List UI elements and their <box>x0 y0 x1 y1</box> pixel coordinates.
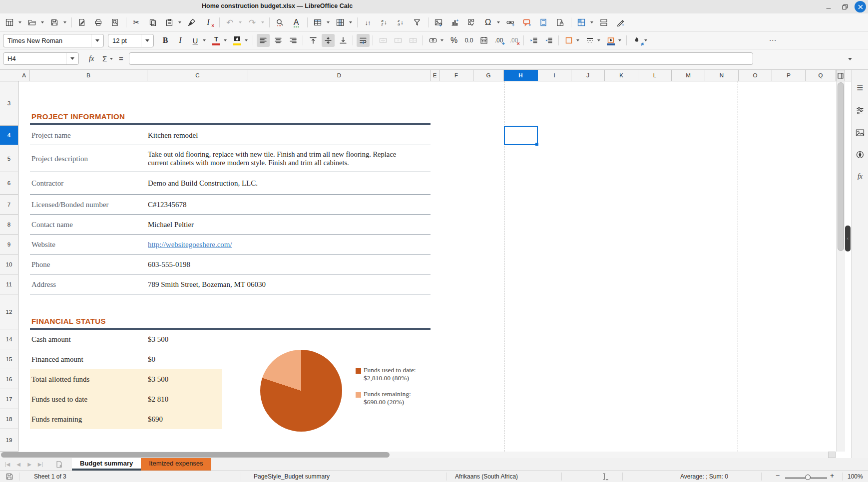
zoom-slider-knob[interactable] <box>805 475 811 480</box>
freeze-panes-button[interactable] <box>575 15 588 29</box>
font-size-dropdown[interactable] <box>141 34 153 47</box>
formula-equals-button[interactable]: = <box>119 52 123 65</box>
row-header-19[interactable]: 19 <box>0 429 18 452</box>
font-name-dropdown[interactable] <box>91 34 103 47</box>
autosum-dropdown[interactable] <box>109 52 114 66</box>
redo-dropdown[interactable] <box>260 15 265 29</box>
sidebar-settings-button[interactable]: ☰ <box>854 82 866 94</box>
insert-image-button[interactable] <box>432 15 445 29</box>
highlight-color-button[interactable] <box>231 34 244 47</box>
row-header-16[interactable]: 16 <box>0 369 18 389</box>
zoom-in-button[interactable]: + <box>830 472 834 480</box>
merge-cells-button[interactable] <box>392 34 405 47</box>
column-header-l[interactable]: L <box>638 70 672 81</box>
date-format-button[interactable] <box>477 34 490 47</box>
phone-value[interactable]: 603-555-0198 <box>148 260 418 268</box>
website-link[interactable]: http://websitegoeshere.com/ <box>148 240 418 248</box>
row-header-10[interactable]: 10 <box>0 254 18 274</box>
spreadsheet-grid[interactable]: PROJECT INFORMATION Project name Kitchen… <box>18 81 836 452</box>
row-header-18[interactable]: 18 <box>0 409 18 429</box>
open-dropdown[interactable] <box>40 15 45 29</box>
underline-dropdown[interactable] <box>202 33 207 47</box>
cash-amount-row[interactable]: Cash amount $3 500 <box>30 329 431 349</box>
font-color-button[interactable]: T <box>210 34 223 47</box>
project-description-row[interactable]: Project description Take out old floorin… <box>30 145 431 172</box>
clear-formatting-button[interactable]: I× <box>202 15 215 29</box>
autosum-button[interactable]: Σ <box>102 52 107 65</box>
row-header-4-selected[interactable]: 4 <box>0 126 18 145</box>
spelling-button[interactable]: A <box>290 15 303 29</box>
horizontal-split-handle[interactable] <box>828 452 836 458</box>
redo-button[interactable]: ↷ <box>246 15 259 29</box>
funds-used-to-date-label[interactable]: Funds used to date <box>31 395 87 404</box>
fill-handle[interactable] <box>535 143 538 146</box>
website-row[interactable]: Website http://websitegoeshere.com/ <box>30 235 431 254</box>
vertical-scrollbar[interactable] <box>836 81 845 452</box>
column-header-i[interactable]: I <box>538 70 571 81</box>
freeze-panes-dropdown[interactable] <box>589 15 594 29</box>
financed-amount-label[interactable]: Financed amount <box>31 355 83 364</box>
print-button[interactable] <box>92 15 105 29</box>
project-information-title[interactable]: PROJECT INFORMATION <box>31 112 125 121</box>
new-document-button[interactable] <box>3 15 16 29</box>
contact-name-row[interactable]: Contact name Michael Peltier <box>30 215 431 235</box>
border-style-button[interactable] <box>583 34 596 47</box>
name-box-dropdown[interactable] <box>66 53 78 64</box>
insert-pivot-table-button[interactable] <box>465 15 478 29</box>
column-header-b[interactable]: B <box>30 70 147 81</box>
increase-indent-button[interactable] <box>527 34 540 47</box>
horizontal-scrollbar-thumb[interactable] <box>1 452 390 458</box>
new-document-dropdown[interactable] <box>17 15 22 29</box>
number-format-button[interactable]: 0.0 <box>462 34 475 47</box>
column-header-k[interactable]: K <box>605 70 638 81</box>
contact-name-value[interactable]: Michael Peltier <box>148 220 418 229</box>
align-bottom-button[interactable] <box>337 34 350 47</box>
row-header-11[interactable]: 11 <box>0 274 18 294</box>
select-all-corner[interactable] <box>0 70 19 81</box>
column-header-c[interactable]: C <box>147 70 248 81</box>
split-window-button[interactable] <box>597 15 610 29</box>
selection-summary-status[interactable]: Average: ; Sum: 0 <box>680 473 728 480</box>
align-left-button[interactable] <box>257 34 270 47</box>
column-header-q[interactable]: Q <box>806 70 836 81</box>
open-button[interactable] <box>25 15 38 29</box>
column-header-f[interactable]: F <box>439 70 473 81</box>
contractor-label[interactable]: Contractor <box>31 179 63 188</box>
close-button[interactable] <box>855 1 866 12</box>
row-header-15[interactable]: 15 <box>0 349 18 369</box>
address-row[interactable]: Address 789 Smith Street, Bozeman, MT 06… <box>30 274 431 294</box>
align-right-button[interactable] <box>287 34 300 47</box>
funds-remaining-label[interactable]: Funds remaining <box>31 415 82 424</box>
clone-formatting-button[interactable] <box>185 15 198 29</box>
insert-chart-button[interactable] <box>448 15 461 29</box>
column-header-e[interactable]: E <box>431 70 439 81</box>
cash-amount-label[interactable]: Cash amount <box>31 335 71 344</box>
zoom-out-button[interactable]: − <box>776 472 780 480</box>
project-name-row[interactable]: Project name Kitchen remodel <box>30 126 431 145</box>
merge-and-center-button[interactable] <box>377 34 390 47</box>
contact-name-label[interactable]: Contact name <box>31 220 73 229</box>
wrap-text-button[interactable] <box>357 34 370 47</box>
protect-sheet-button[interactable] <box>553 15 566 29</box>
row-header-12[interactable]: 12 <box>0 294 18 329</box>
funds-remaining-row[interactable]: Funds remaining $690 <box>30 409 431 429</box>
highlight-color-dropdown[interactable] <box>244 33 249 47</box>
insert-hyperlink-button[interactable] <box>504 15 517 29</box>
row-header-17[interactable]: 17 <box>0 389 18 409</box>
column-header-j[interactable]: J <box>571 70 605 81</box>
font-name-combo[interactable]: Times New Roman <box>3 34 104 47</box>
sidebar-collapse-handle[interactable]: ‹ <box>845 226 851 251</box>
zoom-level-status[interactable]: 100% <box>848 473 863 480</box>
financial-status-title[interactable]: FINANCIAL STATUS <box>31 317 106 325</box>
italic-button[interactable]: I <box>174 34 187 47</box>
last-sheet-button[interactable]: ▶| <box>35 458 46 471</box>
column-header-a[interactable]: A <box>18 70 30 81</box>
previous-sheet-button[interactable]: ◀ <box>13 458 24 471</box>
underline-button[interactable]: U <box>189 34 202 47</box>
column-header-p[interactable]: P <box>772 70 806 81</box>
sidebar-functions-button[interactable]: fx <box>854 171 866 183</box>
special-character-dropdown[interactable] <box>496 15 501 29</box>
column-header-n[interactable]: N <box>705 70 739 81</box>
font-size-combo[interactable]: 12 pt <box>108 34 154 47</box>
row-header-3[interactable]: 3 <box>0 81 18 126</box>
